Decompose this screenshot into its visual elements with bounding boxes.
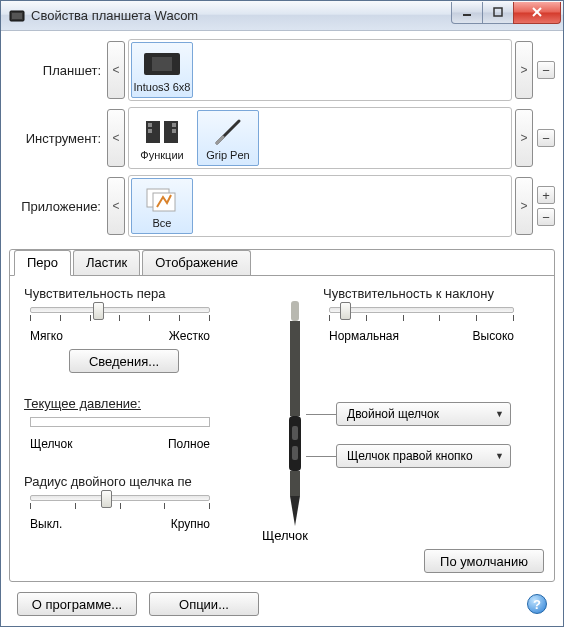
upper-button-dropdown[interactable]: Двойной щелчок ▼: [336, 402, 511, 426]
tilt-normal-label: Нормальная: [329, 329, 399, 343]
tablet-prev-button[interactable]: <: [107, 41, 125, 99]
options-button[interactable]: Опции...: [149, 592, 259, 616]
upper-button-dropdown-group: Двойной щелчок ▼: [336, 402, 511, 426]
tool-prev-button[interactable]: <: [107, 109, 125, 167]
app-all-label: Все: [153, 217, 172, 229]
pressure-click-label: Щелчок: [30, 437, 72, 451]
dropdown-arrow-icon: ▼: [495, 409, 504, 419]
tab-mapping[interactable]: Отображение: [142, 250, 251, 276]
tilt-title: Чувствительность к наклону: [323, 286, 528, 301]
svg-rect-9: [148, 123, 152, 127]
svg-rect-1: [12, 13, 22, 19]
svg-rect-19: [290, 321, 300, 416]
dbl-large-label: Крупно: [171, 517, 210, 531]
footer: О программе... Опции... ?: [9, 584, 555, 616]
tilt-slider-thumb[interactable]: [340, 302, 351, 320]
app-icon: [9, 8, 25, 24]
default-button[interactable]: По умолчанию: [424, 549, 544, 573]
window-controls: [452, 2, 561, 24]
titlebar: Свойства планшета Wacom: [1, 1, 563, 31]
tilt-high-label: Высоко: [473, 329, 515, 343]
tablet-item-label: Intuos3 6x8: [134, 81, 191, 93]
tablet-item-intuos[interactable]: Intuos3 6x8: [131, 42, 193, 98]
lower-button-dropdown[interactable]: Щелчок правой кнопко ▼: [336, 444, 511, 468]
tip-sensitivity-title: Чувствительность пера: [24, 286, 224, 301]
tip-sensitivity-slider[interactable]: [30, 307, 210, 313]
tool-next-button[interactable]: >: [515, 109, 533, 167]
tip-soft-label: Мягко: [30, 329, 63, 343]
tab-body: Чувствительность пера Мягко Жестко Сведе…: [10, 275, 554, 581]
pen-graphic: [280, 301, 310, 521]
svg-line-15: [217, 137, 223, 143]
about-button[interactable]: О программе...: [17, 592, 137, 616]
dbl-off-label: Выкл.: [30, 517, 62, 531]
svg-rect-10: [148, 129, 152, 133]
app-strip: Все: [128, 175, 512, 237]
svg-rect-13: [172, 129, 176, 133]
tilt-slider[interactable]: [329, 307, 514, 313]
current-pressure-group: Текущее давление: Щелчок Полное: [24, 396, 224, 451]
app-next-button[interactable]: >: [515, 177, 533, 235]
details-button[interactable]: Сведения...: [69, 349, 179, 373]
client-area: Планшет: < Intuos3 6x8 > − Инструмент: <: [1, 31, 563, 626]
tab-eraser[interactable]: Ластик: [73, 250, 140, 276]
tool-item-functions[interactable]: Функции: [131, 110, 193, 166]
pressure-bar: [30, 417, 210, 427]
tool-remove-button[interactable]: −: [537, 129, 555, 147]
dbl-click-title: Радиус двойного щелчка пе: [24, 474, 234, 489]
minimize-button[interactable]: [451, 2, 483, 24]
dropdown-arrow-icon: ▼: [495, 451, 504, 461]
svg-rect-23: [292, 426, 298, 440]
default-button-group: По умолчанию: [424, 549, 544, 573]
callout-line-2: [306, 456, 336, 457]
tablet-label: Планшет:: [9, 63, 107, 78]
tablet-icon: [141, 49, 183, 79]
pen-tip-click-label: Щелчок: [262, 528, 308, 543]
tool-item-grip-pen[interactable]: Grip Pen: [197, 110, 259, 166]
tool-row: Инструмент: < Функции Grip Pen >: [9, 107, 555, 169]
lower-button-value: Щелчок правой кнопко: [347, 449, 473, 463]
pen-icon: [207, 117, 249, 147]
svg-marker-22: [290, 496, 300, 526]
svg-rect-12: [172, 123, 176, 127]
svg-rect-18: [291, 301, 299, 321]
current-pressure-title: Текущее давление:: [24, 396, 224, 411]
tablet-remove-button[interactable]: −: [537, 61, 555, 79]
svg-rect-24: [292, 446, 298, 460]
close-button[interactable]: [513, 2, 561, 24]
lower-button-dropdown-group: Щелчок правой кнопко ▼: [336, 444, 511, 468]
tab-pen[interactable]: Перо: [14, 250, 71, 276]
dbl-slider-thumb[interactable]: [101, 490, 112, 508]
dbl-click-group: Радиус двойного щелчка пе Выкл. Крупно: [24, 474, 234, 531]
upper-button-value: Двойной щелчок: [347, 407, 439, 421]
app-prev-button[interactable]: <: [107, 177, 125, 235]
app-add-button[interactable]: +: [537, 186, 555, 204]
callout-line-1: [306, 414, 336, 415]
pressure-full-label: Полное: [168, 437, 210, 451]
functions-icon: [141, 117, 183, 147]
tilt-group: Чувствительность к наклону Нормальная Вы…: [323, 286, 528, 343]
window-title: Свойства планшета Wacom: [31, 8, 198, 23]
tab-headers: Перо Ластик Отображение: [10, 249, 554, 275]
svg-rect-21: [290, 471, 300, 496]
tool-label: Инструмент:: [9, 131, 107, 146]
tablet-next-button[interactable]: >: [515, 41, 533, 99]
app-row: Приложение: < Все > + −: [9, 175, 555, 237]
maximize-button[interactable]: [482, 2, 514, 24]
tool-functions-label: Функции: [140, 149, 183, 161]
all-apps-icon: [141, 185, 183, 215]
tablet-row: Планшет: < Intuos3 6x8 > −: [9, 39, 555, 101]
app-remove-button[interactable]: −: [537, 208, 555, 226]
window-frame: Свойства планшета Wacom Планшет: <: [0, 0, 564, 627]
tip-slider-thumb[interactable]: [93, 302, 104, 320]
svg-rect-7: [152, 57, 172, 71]
dbl-click-slider[interactable]: [30, 495, 210, 501]
tool-strip: Функции Grip Pen: [128, 107, 512, 169]
svg-rect-20: [289, 416, 301, 471]
tool-grippen-label: Grip Pen: [206, 149, 249, 161]
tablet-strip: Intuos3 6x8: [128, 39, 512, 101]
help-button[interactable]: ?: [527, 594, 547, 614]
tabs-container: Перо Ластик Отображение Чувствительность…: [9, 249, 555, 582]
tip-firm-label: Жестко: [169, 329, 210, 343]
app-item-all[interactable]: Все: [131, 178, 193, 234]
